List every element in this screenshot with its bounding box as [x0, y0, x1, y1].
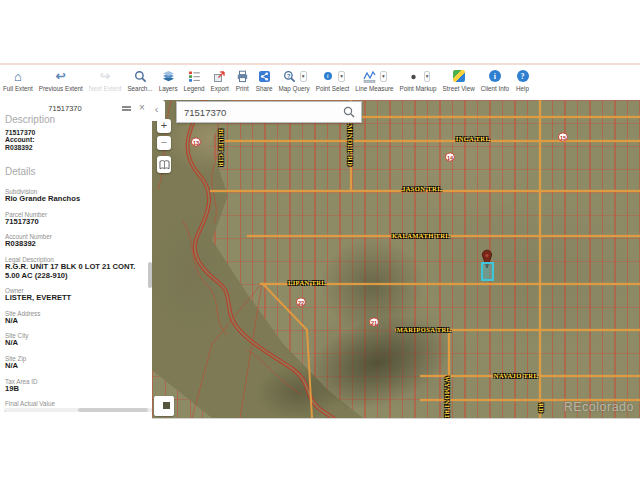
point-select-icon: i — [320, 69, 335, 84]
tool-legend[interactable]: Legend — [184, 68, 205, 92]
client-info-icon: i — [487, 69, 502, 84]
tool-line-measure[interactable]: ▾Line Measure — [355, 68, 393, 92]
tool-client-info[interactable]: iClient Info — [481, 68, 509, 92]
tool-point-select[interactable]: i▾Point Select — [316, 68, 350, 92]
sidebar-collapse-button[interactable]: ‹ — [148, 100, 165, 121]
tool-full-extent[interactable]: ⌂Full Extent — [3, 68, 33, 92]
details-heading: Details — [5, 166, 150, 177]
tool-label: Next Extent — [89, 85, 122, 92]
field-site-city: Site CityN/A — [5, 332, 147, 348]
field-value: Rio Grande Ranchos — [5, 195, 147, 204]
field-tax-area-id: Tax Area ID19B — [5, 378, 147, 394]
tool-label: Legend — [184, 85, 205, 92]
tool-label: Point Select — [316, 85, 350, 92]
sidebar-vertical-scrollbar[interactable] — [148, 262, 152, 288]
map-toolbar: ⌂Full Extent↩Previous Extent↪Next Extent… — [0, 66, 640, 102]
route-badge: 13 — [191, 138, 201, 147]
tool-share[interactable]: Share — [256, 68, 273, 92]
share-icon — [257, 69, 272, 84]
tool-label: Export — [211, 85, 229, 92]
field-label: Tax Area ID — [5, 378, 147, 385]
tool-label: Share — [256, 85, 273, 92]
street-label: RD — [538, 403, 545, 413]
field-label: Final Actual Value — [5, 400, 147, 407]
next-arrow-icon: ↪ — [98, 69, 113, 84]
export-icon — [212, 69, 227, 84]
tool-label: Full Extent — [3, 85, 33, 92]
description-heading: Description — [5, 114, 150, 125]
search-icon[interactable] — [343, 106, 355, 118]
major-road — [539, 100, 541, 418]
dropdown-caret-icon[interactable]: ▾ — [300, 71, 307, 82]
tool-layers[interactable]: Layers — [159, 68, 178, 92]
field-account-number: Account NumberR038392 — [5, 233, 147, 249]
field-value: N/A — [5, 339, 147, 348]
street-label: BLUFF CIR — [218, 129, 225, 167]
tool-export[interactable]: Export — [211, 68, 229, 92]
field-site-zip: Site ZipN/A — [5, 355, 147, 371]
tool-label: Print — [236, 85, 249, 92]
street-label: WYMONI RD — [444, 376, 451, 419]
field-parcel-number: Parcel Number71517370 — [5, 211, 147, 227]
zoom-out-button[interactable]: − — [157, 136, 171, 150]
search-input[interactable]: 71517370 — [177, 107, 343, 118]
route-badge: 14 — [445, 153, 455, 162]
tool-point-markup[interactable]: ▾Point Markup — [399, 68, 436, 92]
map-query-icon: ? — [282, 69, 297, 84]
tool-label: Point Markup — [399, 85, 436, 92]
field-label: Site Zip — [5, 355, 147, 362]
detail-fields: SubdivisionRio Grande RanchosParcel Numb… — [5, 188, 150, 412]
dropdown-caret-icon[interactable]: ▾ — [424, 71, 431, 82]
field-subdivision: SubdivisionRio Grande Ranchos — [5, 188, 147, 204]
recolorado-watermark: REcolorado — [564, 400, 634, 414]
tool-label: Client Info — [481, 85, 509, 92]
bookmarks-button[interactable] — [157, 156, 171, 173]
field-value: 71517370 — [5, 218, 147, 227]
field-site-address: Site AddressN/A — [5, 310, 147, 326]
tool-label: Previous Extent — [39, 85, 83, 92]
dropdown-caret-icon[interactable]: ▾ — [338, 71, 345, 82]
map-search-box[interactable]: 71517370 — [176, 101, 362, 123]
home-icon: ⌂ — [10, 69, 25, 84]
prev-arrow-icon: ↩ — [53, 69, 68, 84]
description-line: Account: — [5, 136, 150, 143]
route-badge: 21 — [369, 318, 379, 327]
sidebar-hscroll-thumb[interactable] — [78, 408, 148, 412]
street-label: KALAMATH TRL — [392, 232, 450, 239]
field-value: N/A — [5, 362, 147, 371]
map-canvas[interactable]: INCA TRLJASON TRLKALAMATH TRLLIPAN TRLMA… — [152, 100, 640, 419]
selected-parcel-highlight — [481, 262, 494, 281]
tool-label: Search... — [127, 85, 152, 92]
help-icon: ? — [515, 69, 530, 84]
tool-help[interactable]: ?Help — [515, 68, 530, 92]
legend-icon — [187, 69, 202, 84]
route-badge: 15 — [558, 133, 568, 142]
field-label: Site City — [5, 332, 147, 339]
tool-print[interactable]: Print — [235, 68, 250, 92]
results-menu-icon[interactable] — [122, 106, 131, 108]
tool-previous-extent[interactable]: ↩Previous Extent — [39, 68, 83, 92]
field-legal-description: Legal DescriptionR.G.R. UNIT 17 BLK 0 LO… — [5, 256, 147, 280]
search-icon — [133, 69, 148, 84]
layers-icon — [161, 69, 176, 84]
tool-street-view[interactable]: Street View — [443, 68, 475, 92]
tool-search[interactable]: Search... — [127, 68, 152, 92]
svg-text:?: ? — [287, 72, 291, 78]
zoom-in-button[interactable]: + — [157, 119, 171, 133]
dropdown-caret-icon[interactable]: ▾ — [380, 71, 387, 82]
point-markup-icon — [406, 69, 421, 84]
description-line: 71517370 — [5, 129, 150, 136]
tool-map-query[interactable]: ?▾Map Query — [279, 68, 310, 92]
overview-map-button[interactable] — [154, 396, 174, 416]
field-value: N/A — [5, 317, 147, 326]
field-value: LISTER, EVERETT — [5, 294, 147, 303]
street-label: NAVAJO TRL — [494, 372, 538, 379]
tool-label: Help — [516, 85, 529, 92]
street-view-icon — [451, 69, 466, 84]
field-label: Site Address — [5, 310, 147, 317]
street-label: JASON TRL — [402, 185, 442, 192]
description-line: R038392 — [5, 144, 150, 151]
book-icon — [159, 160, 170, 170]
tool-label: Layers — [159, 85, 178, 92]
field-owner: OwnerLISTER, EVERETT — [5, 287, 147, 303]
